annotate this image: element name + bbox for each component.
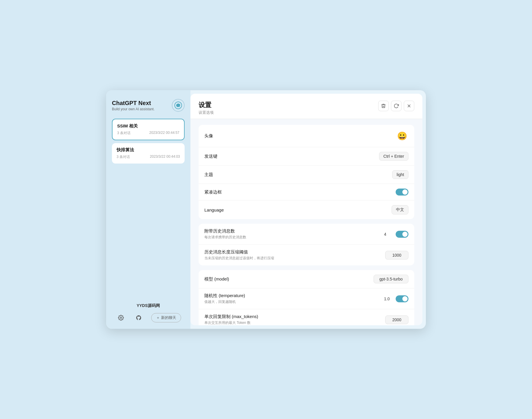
settings-row-max-tokens: 单次回复限制 (max_tokens) 单次交互所用的最大 Token 数 20… xyxy=(199,309,414,325)
compress-value: 1000 xyxy=(385,251,408,260)
theme-value: light xyxy=(392,170,408,179)
sidebar-brand: ChatGPT Next Build your own AI assistant… xyxy=(112,100,155,111)
settings-section-model: 模型 (model) gpt-3.5-turbo 随机性 (temperatur… xyxy=(199,270,414,325)
settings-row-compact: 紧凑边框 xyxy=(199,184,414,200)
compress-sublabel: 当未压缩的历史消息超过该值时，将进行压缩 xyxy=(204,256,274,261)
theme-badge[interactable]: light xyxy=(392,170,408,179)
sidebar-actions: ＋ 新的聊天 xyxy=(112,313,185,323)
sidebar-header: ChatGPT Next Build your own AI assistant… xyxy=(112,99,185,112)
temperature-value: 1.0 xyxy=(384,295,408,302)
chat-item-title: SSIM 相关 xyxy=(117,123,179,129)
settings-row-compress: 历史消息长度压缩阈值 当未压缩的历史消息超过该值时，将进行压缩 1000 xyxy=(199,245,414,265)
settings-button[interactable] xyxy=(116,313,126,323)
settings-row-sendkey: 发送键 Ctrl + Enter xyxy=(199,147,414,166)
avatar-value: 😀 xyxy=(396,129,408,142)
max-tokens-value: 2000 xyxy=(385,315,408,324)
footer-brand: YYDS源码网 xyxy=(112,303,185,308)
settings-row-language: Language 中文 xyxy=(199,200,414,219)
app-container: ChatGPT Next Build your own AI assistant… xyxy=(106,90,426,329)
main-content: 设置 设置选项 xyxy=(190,94,422,325)
header-actions xyxy=(378,101,414,111)
language-badge[interactable]: 中文 xyxy=(392,205,408,214)
settings-row-history-count: 附带历史消息数 每次请求携带的历史消息数 4 xyxy=(199,224,414,245)
model-input[interactable]: gpt-3.5-turbo xyxy=(374,275,408,283)
sendkey-badge[interactable]: Ctrl + Enter xyxy=(379,152,408,161)
chat-item-meta: 3 条对话 2023/3/22 00:44:57 xyxy=(117,131,179,136)
chat-item-ssim[interactable]: SSIM 相关 3 条对话 2023/3/22 00:44:57 xyxy=(112,119,185,140)
temperature-label: 随机性 (temperature) xyxy=(204,293,245,299)
settings-body: 头像 😀 发送键 Ctrl + Enter 主题 light xyxy=(190,119,422,325)
settings-title-block: 设置 设置选项 xyxy=(199,101,214,115)
github-button[interactable] xyxy=(133,313,144,323)
max-tokens-input[interactable]: 2000 xyxy=(385,315,408,324)
avatar-emoji[interactable]: 😀 xyxy=(396,129,408,142)
compact-label: 紧凑边框 xyxy=(204,189,222,195)
settings-row-avatar: 头像 😀 xyxy=(199,125,414,147)
compact-value xyxy=(396,189,408,196)
chat-item-meta-2: 3 条对话 2023/3/22 00:44:03 xyxy=(117,155,180,159)
new-chat-button[interactable]: ＋ 新的聊天 xyxy=(151,313,181,322)
temperature-number: 1.0 xyxy=(384,297,393,301)
new-chat-label: 新的聊天 xyxy=(161,315,176,320)
language-label: Language xyxy=(204,207,224,212)
delete-button[interactable] xyxy=(378,101,389,111)
sendkey-label: 发送键 xyxy=(204,154,217,159)
settings-title: 设置 xyxy=(199,101,214,109)
settings-row-model: 模型 (model) gpt-3.5-turbo xyxy=(199,270,414,288)
settings-row-theme: 主题 light xyxy=(199,166,414,184)
chat-item-quicksort[interactable]: 快排算法 3 条对话 2023/3/22 00:44:03 xyxy=(112,143,185,164)
avatar-label: 头像 xyxy=(204,133,213,139)
brand-logo xyxy=(172,99,185,112)
compress-input[interactable]: 1000 xyxy=(385,251,408,260)
sidebar: ChatGPT Next Build your own AI assistant… xyxy=(106,90,190,329)
plus-icon: ＋ xyxy=(156,315,160,320)
history-count-slider[interactable] xyxy=(396,231,408,238)
chat-item-count-2: 3 条对话 xyxy=(117,155,130,159)
max-tokens-sublabel: 单次交互所用的最大 Token 数 xyxy=(204,320,258,325)
language-value: 中文 xyxy=(392,205,408,214)
settings-row-temperature: 随机性 (temperature) 值越大，回复越随机 1.0 xyxy=(199,288,414,309)
svg-point-1 xyxy=(120,317,122,319)
history-count-number: 4 xyxy=(384,232,393,237)
sendkey-value: Ctrl + Enter xyxy=(379,152,408,161)
refresh-button[interactable] xyxy=(391,101,401,111)
sidebar-footer: YYDS源码网 ＋ 新的聊天 xyxy=(112,297,185,323)
history-count-label: 附带历史消息数 xyxy=(204,228,246,234)
compact-toggle[interactable] xyxy=(396,189,408,196)
chat-item-date: 2023/3/22 00:44:57 xyxy=(149,131,179,136)
settings-section-history: 附带历史消息数 每次请求携带的历史消息数 4 历史消息长度压缩阈值 当未压缩的历… xyxy=(199,224,414,265)
settings-header: 设置 设置选项 xyxy=(190,94,422,119)
max-tokens-label: 单次回复限制 (max_tokens) xyxy=(204,314,258,319)
history-count-sublabel: 每次请求携带的历史消息数 xyxy=(204,235,246,240)
chat-item-title-2: 快排算法 xyxy=(117,147,180,153)
settings-subtitle: 设置选项 xyxy=(199,110,214,115)
chat-item-date-2: 2023/3/22 00:44:03 xyxy=(150,155,180,159)
brand-subtitle: Build your own AI assistant. xyxy=(112,107,155,111)
settings-section-basic: 头像 😀 发送键 Ctrl + Enter 主题 light xyxy=(199,125,414,219)
chat-item-count: 3 条对话 xyxy=(117,131,131,136)
theme-label: 主题 xyxy=(204,172,213,177)
model-label: 模型 (model) xyxy=(204,276,229,282)
compress-label: 历史消息长度压缩阈值 xyxy=(204,249,274,255)
temperature-slider[interactable] xyxy=(396,295,408,302)
brand-title: ChatGPT Next xyxy=(112,100,155,106)
chat-list: SSIM 相关 3 条对话 2023/3/22 00:44:57 快排算法 3 … xyxy=(112,119,185,297)
close-button[interactable] xyxy=(404,101,414,111)
history-count-value: 4 xyxy=(384,231,408,238)
temperature-sublabel: 值越大，回复越随机 xyxy=(204,299,245,304)
model-value: gpt-3.5-turbo xyxy=(374,275,408,283)
